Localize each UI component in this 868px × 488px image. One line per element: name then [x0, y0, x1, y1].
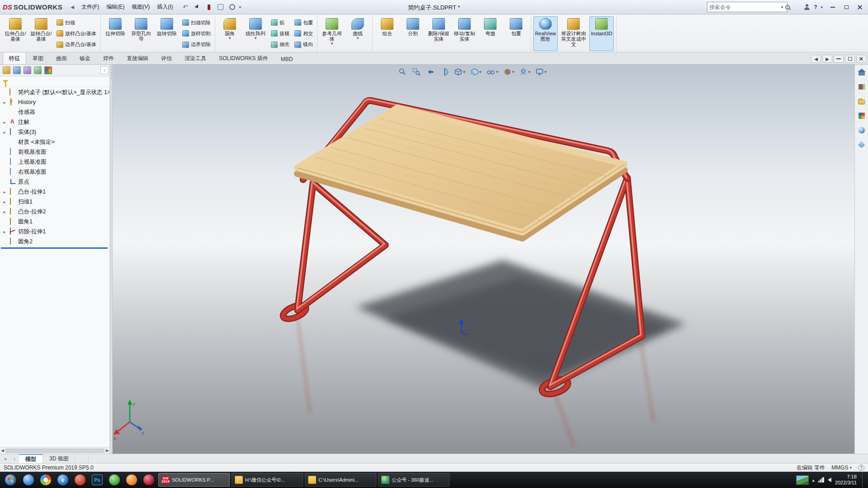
taskbar-window-folder1[interactable]: H:\微信公众号\0... [232, 473, 303, 487]
scroll-right-icon[interactable]: ▶ [106, 448, 109, 453]
mirror-button[interactable]: 镜向 [293, 40, 315, 49]
taskbar-app-browser-multi[interactable] [37, 472, 54, 488]
dropdown-icon[interactable]: ▾ [496, 70, 498, 74]
flex-button[interactable]: 弯曲 [478, 16, 503, 51]
tab-sketch[interactable]: 草图 [26, 52, 50, 64]
tree-item-cut-extrude1[interactable]: ▸ 切除-拉伸1 [0, 227, 109, 237]
taskbar-window-browser[interactable]: 公众号 - 360极速... [378, 473, 450, 487]
prev-tab-button[interactable]: ‹ [10, 454, 19, 463]
expand-arrow-icon[interactable]: ▸ [2, 199, 7, 204]
extruded-boss-button[interactable]: 拉伸凸台/基体 [3, 16, 28, 51]
dropdown-icon[interactable]: ▾ [545, 70, 547, 74]
combine-button[interactable]: 组合 [375, 16, 399, 51]
minimize-button[interactable] [826, 2, 839, 12]
doc-minimize-button[interactable] [834, 55, 844, 63]
boundary-cut-button[interactable]: 边界切除 [180, 40, 213, 49]
clock[interactable]: 7:18 2022/3/11 [835, 474, 857, 486]
taskbar-app-ie[interactable]: e [54, 472, 71, 488]
reference-geometry-button[interactable]: 参考几何体 ▾ [320, 16, 344, 51]
close-button[interactable] [854, 2, 866, 12]
solidworks-resources-button[interactable] [857, 67, 867, 77]
start-button[interactable] [1, 472, 20, 488]
tree-root-item[interactable]: 简约桌子 (默认<<默认>_显示状态 1>) [0, 87, 109, 97]
fillet-dropdown-icon[interactable]: ▾ [229, 36, 231, 40]
lofted-cut-button[interactable]: 放样切割 [180, 29, 213, 38]
tree-item-sensors[interactable]: 传感器 [0, 107, 109, 117]
displaymanager-tab-icon[interactable] [44, 66, 52, 74]
3d-viewport[interactable]: y x z ▾ ▾ [113, 65, 854, 454]
intersect-button[interactable]: 相交 [293, 29, 315, 38]
rollback-bar[interactable] [1, 247, 108, 249]
undo-button[interactable]: ↶ [180, 3, 190, 12]
scroll-left-icon[interactable]: ◀ [1, 448, 4, 453]
rib-button[interactable]: 筋 [269, 19, 291, 27]
help-button[interactable]: ? [814, 4, 817, 10]
tree-item-fillet1[interactable]: 圆角1 [0, 217, 109, 227]
dimxpertmanager-tab-icon[interactable] [34, 66, 42, 74]
dropdown-icon[interactable]: ▾ [528, 70, 531, 74]
expand-arrow-icon[interactable]: ▸ [2, 130, 7, 135]
dropdown-icon[interactable]: ▾ [479, 70, 482, 74]
translate-tree-macro-button[interactable]: 将设计树由英文改成中文 [559, 16, 588, 51]
select-arrow-button[interactable] [192, 3, 202, 12]
expand-arrow-icon[interactable]: ▸ [2, 229, 7, 234]
file-properties-button[interactable] [216, 3, 226, 12]
tab-evaluate[interactable]: 评估 [155, 52, 178, 64]
status-help-button[interactable]: ? [858, 464, 864, 471]
command-search[interactable]: ▾ [707, 2, 787, 12]
filter-funnel-icon[interactable] [3, 80, 8, 84]
wrap2-button[interactable]: 包覆 [504, 16, 528, 51]
hole-wizard-button[interactable]: 异型孔向导 [129, 16, 153, 51]
propertymanager-tab-icon[interactable] [13, 66, 21, 74]
menu-insert[interactable]: 插入(I) [153, 1, 176, 13]
tab-surfaces[interactable]: 曲面 [50, 52, 73, 64]
pattern-dropdown-icon[interactable]: ▾ [255, 36, 257, 40]
delete-keep-body-button[interactable]: 删除/保留实体 [427, 16, 451, 51]
design-library-button[interactable] [857, 82, 867, 92]
view-orientation-button[interactable]: ▾ [453, 66, 467, 77]
dropdown-icon[interactable]: ▾ [512, 70, 515, 74]
expand-arrow-icon[interactable]: ▸ [2, 209, 7, 214]
menu-edit[interactable]: 编辑(E) [103, 1, 128, 13]
revolved-cut-button[interactable]: 旋转切除 [155, 16, 179, 51]
tree-item-fillet2[interactable]: 圆角2 [0, 237, 109, 246]
menu-pin-icon[interactable]: ◀ [67, 3, 78, 11]
help-dropdown-icon[interactable]: ▾ [821, 5, 823, 9]
options-button[interactable] [228, 3, 237, 12]
expand-arrow-icon[interactable]: ▸ [2, 120, 7, 125]
taskbar-app-red[interactable] [71, 472, 89, 488]
view-settings-button[interactable]: ▾ [534, 66, 548, 77]
tab-sheet-metal[interactable]: 钣金 [73, 52, 97, 64]
tree-item-front-plane[interactable]: 前视基准面 [0, 147, 109, 157]
taskbar-app-photoshop[interactable]: Ps [89, 472, 106, 488]
tree-item-boss-extrude2[interactable]: ▸ 凸台-拉伸2 [0, 207, 109, 217]
section-view-button[interactable] [439, 66, 451, 77]
login-icon[interactable] [804, 4, 810, 10]
hide-show-items-button[interactable]: ▾ [485, 66, 500, 77]
tree-item-solid-bodies[interactable]: ▸ 实体(3) [0, 127, 109, 137]
draft-button[interactable]: 拔模 [269, 29, 291, 38]
expand-arrow-icon[interactable]: ▸ [2, 100, 7, 105]
tab-mbd[interactable]: MBD [275, 53, 299, 64]
tab-motion-study[interactable] [76, 454, 89, 463]
search-scope-dropdown-icon[interactable]: ▾ [781, 5, 783, 9]
tree-horizontal-scrollbar[interactable]: ◀ ▶ [0, 447, 110, 454]
taskbar-window-solidworks[interactable]: SW2019 SOLIDWORKS P... [158, 473, 230, 487]
tray-image-thumbnail[interactable] [796, 475, 809, 485]
tree-item-origin[interactable]: 原点 [0, 177, 109, 187]
linear-pattern-button[interactable]: 线性阵列 ▾ [243, 16, 268, 51]
tree-item-material[interactable]: 材质 <未指定> [0, 137, 109, 147]
expand-arrow-icon[interactable]: ▸ [2, 190, 7, 194]
swept-boss-button[interactable]: 扫描 [55, 19, 98, 27]
search-input[interactable] [709, 4, 779, 10]
lofted-boss-button[interactable]: 放样凸台/基体 [55, 29, 98, 38]
restore-button[interactable] [840, 2, 853, 12]
refgeo-dropdown-icon[interactable]: ▾ [331, 42, 333, 45]
featuremanager-tab-icon[interactable] [3, 66, 10, 74]
tab-features[interactable]: 特征 [3, 52, 26, 64]
tree-item-right-plane[interactable]: 右视基准面 [0, 167, 109, 177]
curves-dropdown-icon[interactable]: ▾ [357, 36, 359, 40]
menu-file[interactable]: 文件(F) [78, 1, 103, 13]
instant3d-button[interactable]: Instant3D [589, 16, 614, 51]
zoom-fit-button[interactable] [397, 66, 408, 77]
